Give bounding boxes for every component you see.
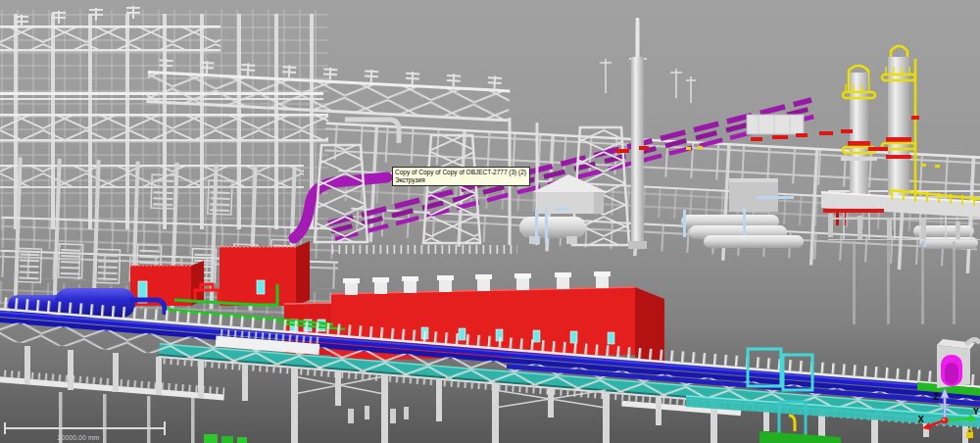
plant-3d-scene[interactable]: 20000.00 mm Z X Y	[0, 0, 980, 443]
viewport-3d[interactable]: 20000.00 mm Z X Y Copy of Copy of Copy o…	[0, 0, 980, 443]
tooltip-object-name: Copy of Copy of Copy of OBJECT-2777 (3) …	[395, 169, 526, 176]
z-axis-label: Z	[933, 393, 939, 402]
axis-origin	[942, 418, 949, 424]
scale-bar-label: 20000.00 mm	[58, 434, 100, 441]
x-axis-label: X	[918, 416, 925, 424]
tooltip-object-type: Экструзия	[395, 176, 526, 184]
object-tooltip: Copy of Copy of Copy of OBJECT-2777 (3) …	[392, 167, 530, 186]
steel-structure-topleft[interactable]	[0, 6, 328, 230]
y-axis-label: Y	[972, 408, 979, 417]
